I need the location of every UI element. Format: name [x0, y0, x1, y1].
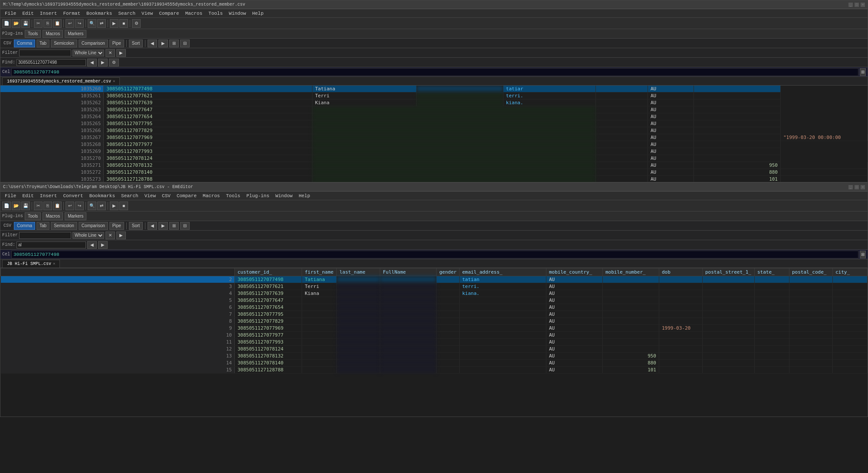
upper-tab-close[interactable]: ×	[113, 79, 115, 84]
lower-find-next[interactable]: ▶	[98, 241, 108, 249]
lower-menu-edit[interactable]: Edit	[20, 192, 36, 199]
lower-col-street[interactable]: postal_street_1_	[703, 268, 755, 276]
lower-tab-active[interactable]: JB Hi-Fi SMPL.csv ×	[2, 260, 60, 268]
lower-custid-14[interactable]: 3085051127078140	[235, 360, 302, 367]
toolbar-cut[interactable]: ✂	[34, 19, 43, 28]
upper-row-1035264[interactable]: 1035264 3085051127077654 AU	[0, 113, 868, 120]
lower-maximize-btn[interactable]: □	[855, 185, 859, 189]
lower-tab-close[interactable]: ×	[53, 262, 55, 266]
lower-markers-btn[interactable]: Markers	[65, 212, 86, 220]
csv-extra2[interactable]: ▶	[158, 40, 168, 47]
lower-close-btn[interactable]: ×	[861, 185, 865, 189]
lower-menu-insert[interactable]: Insert	[37, 192, 60, 199]
upper-filter-clear[interactable]: ✕	[105, 49, 115, 57]
lower-csv-extra3[interactable]: ⊞	[169, 222, 179, 230]
lower-filter-apply[interactable]: ▶	[116, 232, 126, 239]
csv-extra1[interactable]: ◀	[148, 40, 157, 47]
lower-toolbar-save[interactable]: 💾	[21, 202, 30, 210]
menu-help[interactable]: Help	[250, 10, 266, 17]
lower-toolbar-new[interactable]: 📄	[2, 202, 11, 210]
upper-custid-1035267[interactable]: 3085051127077969	[104, 134, 312, 141]
upper-custid-1035269[interactable]: 3085051127077993	[104, 148, 312, 155]
lower-csv-extra2[interactable]: ▶	[158, 222, 168, 230]
upper-data-grid-container[interactable]: 1035260 3085051127077498 Tatiana tatiar …	[0, 86, 868, 182]
lower-menu-convert[interactable]: Convert	[60, 192, 85, 199]
upper-custid-1035272[interactable]: 3085051127078140	[104, 169, 312, 176]
upper-row-selected[interactable]: 1035260 3085051127077498 Tatiana tatiar …	[0, 86, 868, 93]
menu-file[interactable]: File	[2, 10, 19, 17]
lower-col-dob[interactable]: dob	[659, 268, 703, 276]
lower-col-lname[interactable]: last_name	[337, 268, 380, 276]
lower-macros-btn[interactable]: Macros	[43, 212, 63, 220]
lower-col-custid[interactable]: customer_id_	[235, 268, 302, 276]
lower-custid-4[interactable]: 3085051127077639	[235, 290, 302, 297]
upper-find-next[interactable]: ▶	[98, 59, 108, 66]
lower-csv-sort-btn[interactable]: Sort	[129, 222, 143, 230]
csv-comma-btn[interactable]: Comma	[14, 40, 35, 47]
upper-find-opts[interactable]: ⚙	[109, 59, 119, 66]
upper-custid-1035271[interactable]: 3085051127078132	[104, 162, 312, 169]
lower-custid-12[interactable]: 3085051127078124	[235, 346, 302, 353]
lower-toolbar-stop[interactable]: ■	[119, 202, 128, 210]
csv-tab-btn[interactable]: Tab	[36, 40, 49, 47]
lower-find-input[interactable]	[16, 241, 86, 248]
lower-custid-13[interactable]: 3085051127078132	[235, 353, 302, 360]
lower-csv-pipe-btn[interactable]: Pipe	[109, 222, 124, 230]
menu-macros[interactable]: Macros	[183, 10, 205, 17]
lower-col-fname[interactable]: first_name	[302, 268, 337, 276]
lower-menu-csv[interactable]: CSV	[159, 192, 173, 199]
lower-row-3[interactable]: 3 3085051127077621 Terri terri. AU	[1, 283, 868, 290]
upper-cell-expand[interactable]: ⊞	[860, 68, 866, 76]
upper-custid-1035265[interactable]: 3085051127077795	[104, 120, 312, 127]
upper-find-input[interactable]	[16, 59, 86, 66]
lower-row-11[interactable]: 11 3085051127077993 AU	[1, 339, 868, 346]
lower-toolbar-find[interactable]: 🔍	[88, 202, 96, 210]
upper-row-1035267[interactable]: 1035267 3085051127077969 AU "1999-03-20 …	[0, 134, 868, 141]
lower-row-13[interactable]: 13 3085051127078132 AU 950	[1, 353, 868, 360]
macros-btn[interactable]: Macros	[43, 30, 63, 38]
lower-menu-search[interactable]: Search	[118, 192, 141, 199]
csv-sort-btn[interactable]: Sort	[129, 40, 143, 47]
toolbar-stop[interactable]: ■	[119, 19, 128, 28]
lower-csv-comparison-btn[interactable]: Comparison	[79, 222, 108, 230]
csv-extra4[interactable]: ⊟	[180, 40, 190, 47]
lower-menu-file[interactable]: File	[2, 192, 19, 199]
lower-custid-8[interactable]: 3085051127077829	[235, 318, 302, 325]
toolbar-paste[interactable]: 📋	[53, 19, 62, 28]
upper-row-1035261[interactable]: 1035261 3085051127077621 Terri terri. AU	[0, 93, 868, 99]
lower-menu-macros[interactable]: Macros	[200, 192, 223, 199]
upper-custid-1035266[interactable]: 3085051127077829	[104, 127, 312, 134]
markers-btn[interactable]: Markers	[65, 30, 86, 38]
lower-row-12[interactable]: 12 3085051127078124 AU	[1, 346, 868, 353]
upper-custid-1035260[interactable]: 3085051127077498	[104, 86, 312, 93]
lower-row-7[interactable]: 7 3085051127077795 AU	[1, 311, 868, 318]
lower-custid-15[interactable]: 3085051127128788	[235, 367, 302, 374]
upper-row-1035263[interactable]: 1035263 3085051127077647 AU	[0, 106, 868, 113]
lower-col-mnum[interactable]: mobile_number_	[603, 268, 659, 276]
lower-menu-tools[interactable]: Tools	[224, 192, 243, 199]
lower-menu-help[interactable]: Help	[296, 192, 312, 199]
lower-row-5[interactable]: 5 3085051127077647 AU	[1, 297, 868, 304]
upper-custid-1035273[interactable]: 3085051127128788	[104, 176, 312, 182]
lower-menu-plugins[interactable]: Plug-ins	[244, 192, 272, 199]
lower-col-postcode[interactable]: postal_code_	[789, 268, 833, 276]
lower-csv-extra4[interactable]: ⊟	[180, 222, 190, 230]
lower-toolbar-replace[interactable]: ⇄	[97, 202, 106, 210]
menu-view[interactable]: View	[139, 10, 155, 17]
toolbar-new[interactable]: 📄	[2, 19, 11, 28]
lower-csv-tab-btn[interactable]: Tab	[36, 222, 49, 230]
lower-minimize-btn[interactable]: _	[848, 185, 853, 189]
lower-csv-semicolon-btn[interactable]: Semicolon	[51, 222, 77, 230]
upper-custid-1035262[interactable]: 3085051127077639	[104, 99, 312, 106]
lower-menu-window[interactable]: Window	[273, 192, 296, 199]
upper-minimize-btn[interactable]: _	[848, 3, 853, 7]
toolbar-copy[interactable]: ⎘	[43, 19, 52, 28]
toolbar-find[interactable]: 🔍	[88, 19, 96, 28]
upper-row-1035273[interactable]: 1035273 3085051127128788 AU 101	[0, 176, 868, 182]
lower-custid-3[interactable]: 3085051127077621	[235, 283, 302, 290]
menu-tools[interactable]: Tools	[206, 10, 225, 17]
lower-row-14[interactable]: 14 3085051127078140 AU 880	[1, 360, 868, 367]
menu-bookmarks[interactable]: Bookmarks	[84, 10, 115, 17]
toolbar-run[interactable]: ▶	[110, 19, 118, 28]
upper-row-1035272[interactable]: 1035272 3085051127078140 AU 880	[0, 169, 868, 176]
